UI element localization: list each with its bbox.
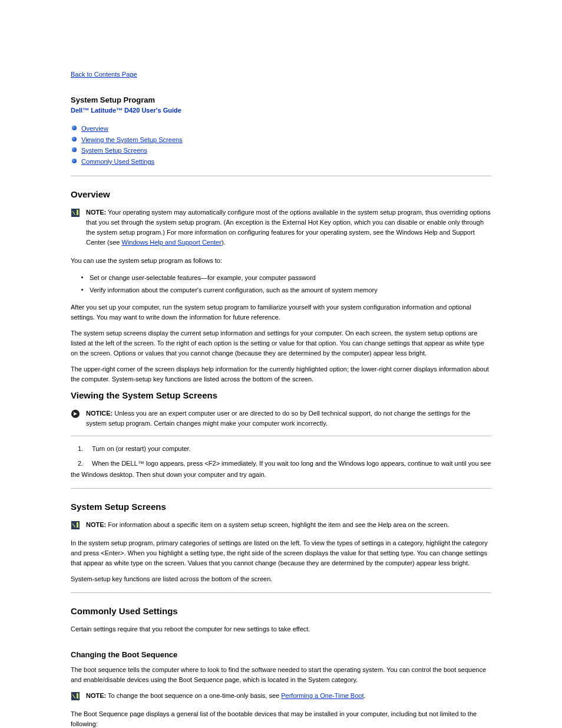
- note-after: .: [363, 692, 365, 699]
- note-label: NOTE:: [86, 209, 106, 216]
- use-item-text: Set or change user-selectable features—f…: [90, 274, 316, 281]
- overview-heading: Overview: [71, 189, 491, 199]
- step-text: When the DELL™ logo appears, press <F2> …: [71, 460, 491, 478]
- divider: [71, 488, 491, 489]
- use-item: Set or change user-selectable features—f…: [81, 272, 491, 284]
- step-num: 1.: [78, 443, 92, 454]
- step-2: 2.When the DELL™ logo appears, press <F2…: [71, 458, 491, 480]
- steps-list: 1.Turn on (or restart) your computer. 2.…: [71, 443, 491, 480]
- note-block: NOTE: Your operating system may automati…: [71, 207, 491, 250]
- note-icon: [71, 208, 82, 219]
- divider: [71, 176, 491, 176]
- use-list: Set or change user-selectable features—f…: [81, 272, 491, 297]
- note-after: ).: [222, 239, 226, 246]
- back-to-contents-link[interactable]: Back to Contents Page: [71, 71, 137, 78]
- svg-rect-4: [77, 522, 78, 528]
- step-1: 1.Turn on (or restart) your computer.: [71, 443, 491, 454]
- boot-seq-para2: The Boot Sequence page displays a genera…: [71, 709, 491, 728]
- divider: [71, 592, 491, 593]
- svg-rect-1: [77, 210, 78, 215]
- use-intro: You can use the system setup program as …: [71, 256, 491, 266]
- note-icon: [71, 521, 82, 531]
- screens-desc-2: The upper-right corner of the screen dis…: [71, 364, 491, 384]
- toc-list: Overview Viewing the System Setup Screen…: [71, 123, 491, 167]
- one-time-boot-link[interactable]: Performing a One-Time Boot: [281, 692, 363, 699]
- toc-system-setup-screens[interactable]: System Setup Screens: [81, 147, 147, 154]
- note-icon: [71, 691, 82, 702]
- step-text: Turn on (or restart) your computer.: [92, 445, 191, 452]
- viewing-heading: Viewing the System Setup Screens: [71, 390, 491, 400]
- sys-screens-heading: System Setup Screens: [71, 502, 491, 512]
- screens-desc: The system setup screens display the cur…: [71, 328, 491, 358]
- notice-text: Unless you are an expert computer user o…: [86, 410, 470, 427]
- note-label: NOTE:: [86, 692, 106, 699]
- help-center-link[interactable]: Windows Help and Support Center: [122, 239, 222, 246]
- common-heading: Commonly Used Settings: [71, 606, 491, 616]
- notice-block: NOTICE: Unless you are an expert compute…: [71, 409, 491, 431]
- common-para: Certain settings require that you reboot…: [71, 624, 491, 634]
- after-setup-para: After you set up your computer, run the …: [71, 302, 491, 322]
- note-block-2: NOTE: For information about a specific i…: [71, 520, 491, 532]
- toc-common-settings[interactable]: Commonly Used Settings: [81, 158, 154, 165]
- note-text: To change the boot sequence on a one-tim…: [106, 692, 281, 699]
- use-item: Verify information about the computer's …: [81, 284, 491, 297]
- doc-title: Dell™ Latitude™ D420 User's Guide: [71, 107, 491, 114]
- note-block-3: NOTE: To change the boot sequence on a o…: [71, 691, 491, 703]
- notice-icon: [71, 409, 82, 420]
- boot-seq-heading: Changing the Boot Sequence: [71, 650, 491, 659]
- step-num: 2.: [78, 458, 92, 469]
- sys-screens-para2: System-setup key functions are listed ac…: [71, 574, 491, 584]
- toc-viewing-screens[interactable]: Viewing the System Setup Screens: [81, 136, 183, 143]
- boot-seq-para: The boot sequence tells the computer whe…: [71, 665, 491, 685]
- svg-rect-6: [77, 693, 78, 699]
- sys-screens-para1: In the system setup program, primary cat…: [71, 538, 491, 568]
- note-text: For information about a specific item on…: [106, 521, 449, 528]
- divider: [71, 436, 491, 436]
- page-title: System Setup Program: [71, 95, 491, 104]
- note-label: NOTE:: [86, 521, 106, 528]
- notice-label: NOTICE:: [86, 410, 113, 417]
- toc-overview[interactable]: Overview: [81, 125, 108, 132]
